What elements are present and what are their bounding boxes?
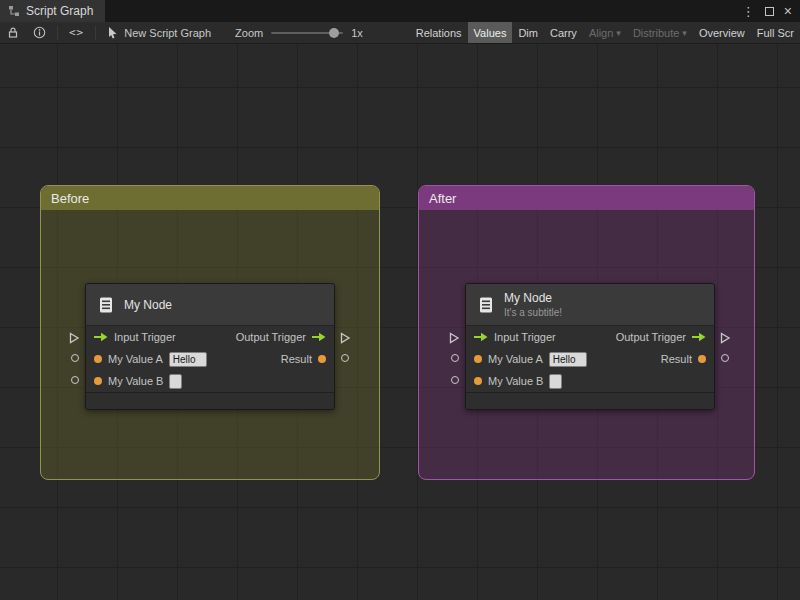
output-trigger-port[interactable] <box>312 332 326 342</box>
zoom-slider-handle[interactable] <box>329 28 339 38</box>
group-after-header[interactable]: After <box>419 186 754 210</box>
value-a-port[interactable] <box>94 355 102 363</box>
toolbar-button-fullscreen[interactable]: Full Scr <box>751 22 800 44</box>
external-result-port[interactable] <box>721 354 729 362</box>
toolbar-button-carry[interactable]: Carry <box>544 22 583 44</box>
zoom-control: Zoom 1x <box>235 27 363 39</box>
zoom-label: Zoom <box>235 27 263 39</box>
value-a-label: My Value A <box>108 353 163 365</box>
group-before-header[interactable]: Before <box>41 186 379 210</box>
output-trigger-port[interactable] <box>692 332 706 342</box>
value-a-label: My Value A <box>488 353 543 365</box>
toolbar-button-distribute[interactable]: Distribute▾ <box>627 22 693 44</box>
graph-toolbar: <> New Script Graph Zoom 1x Relations Va… <box>0 22 800 44</box>
close-icon[interactable]: × <box>784 4 792 18</box>
value-a-input[interactable] <box>549 352 587 367</box>
node-footer <box>466 392 714 409</box>
toolbar-button-relations[interactable]: Relations <box>410 22 468 44</box>
value-b-port[interactable] <box>94 377 102 385</box>
node-title: My Node <box>124 298 172 312</box>
toolbar-divider <box>95 26 96 40</box>
value-a-row: My Value A Result <box>466 348 714 370</box>
zoom-slider[interactable] <box>271 32 343 34</box>
input-trigger-port[interactable] <box>94 332 108 342</box>
tab-script-graph[interactable]: Script Graph <box>0 0 105 22</box>
external-value-b-port[interactable] <box>71 376 79 384</box>
group-after-title: After <box>429 191 456 206</box>
toolbar-divider <box>57 26 58 40</box>
value-b-input[interactable] <box>169 374 182 389</box>
external-value-a-port[interactable] <box>71 354 79 362</box>
value-a-row: My Value A Result <box>86 348 334 370</box>
code-view-icon[interactable]: <> <box>62 22 91 44</box>
node-header[interactable]: My Node It's a subtitle! <box>466 284 714 326</box>
toolbar-button-dim[interactable]: Dim <box>512 22 544 44</box>
external-result-port[interactable] <box>341 354 349 362</box>
input-trigger-port[interactable] <box>474 332 488 342</box>
script-graph-icon <box>8 5 20 17</box>
result-port[interactable] <box>318 355 326 363</box>
node-title: My Node <box>504 291 562 305</box>
value-a-port[interactable] <box>474 355 482 363</box>
result-label: Result <box>661 353 692 365</box>
toolbar-button-values[interactable]: Values <box>468 22 513 44</box>
external-value-a-port[interactable] <box>451 354 459 362</box>
maximize-icon[interactable] <box>765 7 774 16</box>
value-b-label: My Value B <box>108 375 163 387</box>
node-subtitle: It's a subtitle! <box>504 307 562 318</box>
external-input-trigger-port[interactable] <box>449 332 460 344</box>
input-trigger-label: Input Trigger <box>494 331 556 343</box>
node-header[interactable]: My Node <box>86 284 334 326</box>
result-port[interactable] <box>698 355 706 363</box>
trigger-row: Input Trigger Output Trigger <box>86 326 334 348</box>
window-tabbar: Script Graph ⋮ × <box>0 0 800 22</box>
info-icon[interactable] <box>26 22 53 44</box>
toolbar-button-align[interactable]: Align▾ <box>583 22 627 44</box>
cursor-icon <box>100 22 120 44</box>
value-b-input[interactable] <box>549 374 562 389</box>
node-icon <box>476 295 496 315</box>
value-b-port[interactable] <box>474 377 482 385</box>
graph-canvas[interactable]: Before After My Node <box>0 44 800 600</box>
value-b-row: My Value B <box>86 370 334 392</box>
result-label: Result <box>281 353 312 365</box>
group-before-title: Before <box>51 191 89 206</box>
trigger-row: Input Trigger Output Trigger <box>466 326 714 348</box>
external-input-trigger-port[interactable] <box>69 332 80 344</box>
external-value-b-port[interactable] <box>451 376 459 384</box>
graph-name-label: New Script Graph <box>124 27 211 39</box>
node-my-node-after[interactable]: My Node It's a subtitle! Input Trigger O… <box>465 283 715 410</box>
zoom-value: 1x <box>351 27 363 39</box>
lock-icon[interactable] <box>0 22 26 44</box>
node-footer <box>86 392 334 409</box>
output-trigger-label: Output Trigger <box>236 331 306 343</box>
kebab-menu-icon[interactable]: ⋮ <box>742 4 755 19</box>
value-a-input[interactable] <box>169 352 207 367</box>
node-my-node-before[interactable]: My Node Input Trigger Output Trigger My … <box>85 283 335 410</box>
input-trigger-label: Input Trigger <box>114 331 176 343</box>
value-b-row: My Value B <box>466 370 714 392</box>
output-trigger-label: Output Trigger <box>616 331 686 343</box>
external-output-trigger-port[interactable] <box>720 332 731 344</box>
window-controls: ⋮ × <box>742 4 800 19</box>
external-output-trigger-port[interactable] <box>340 332 351 344</box>
toolbar-button-overview[interactable]: Overview <box>693 22 751 44</box>
node-icon <box>96 295 116 315</box>
tab-title: Script Graph <box>26 4 93 18</box>
value-b-label: My Value B <box>488 375 543 387</box>
toolbar-buttons: Relations Values Dim Carry Align▾ Distri… <box>410 22 800 44</box>
